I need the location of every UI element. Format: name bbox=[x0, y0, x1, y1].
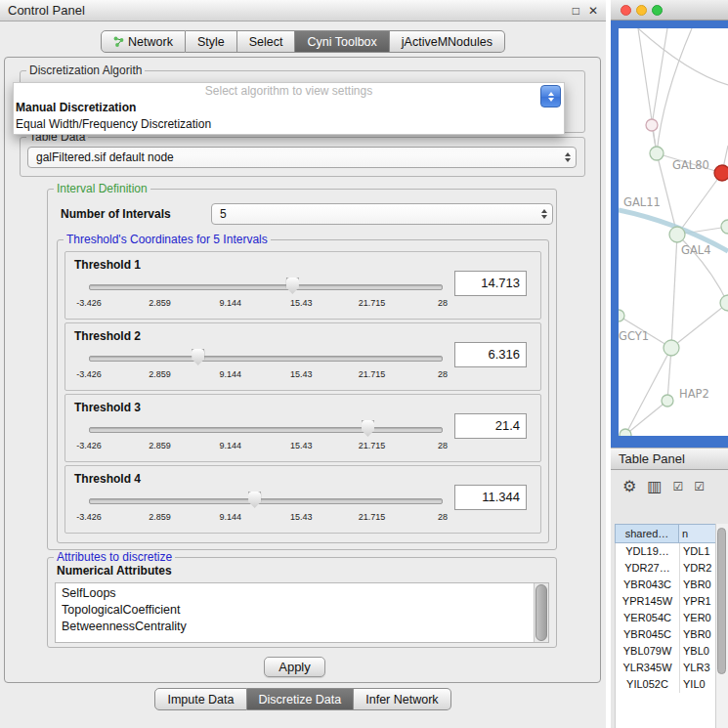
slider-scale: -3.4262.8599.14415.4321.71528 bbox=[89, 441, 443, 452]
slider-thumb[interactable] bbox=[362, 420, 374, 437]
scale-tick-label: 28 bbox=[438, 369, 448, 379]
network-node[interactable] bbox=[721, 220, 728, 234]
attribute-list-item[interactable]: TopologicalCoefficient bbox=[56, 602, 535, 619]
network-node-gcy1[interactable] bbox=[619, 310, 624, 321]
apply-button[interactable]: Apply bbox=[264, 657, 325, 677]
table-row[interactable]: YBR045CYBR0 bbox=[616, 626, 716, 643]
slider-scale: -3.4262.8599.14415.4321.71528 bbox=[89, 512, 443, 524]
column-header-shared-name[interactable]: shared… bbox=[615, 524, 679, 543]
slider-track bbox=[89, 356, 443, 362]
threshold-value-field[interactable]: 11.344 bbox=[454, 485, 527, 510]
algorithm-option-equal-width-frequency[interactable]: Equal Width/Frequency Discretization bbox=[14, 116, 564, 133]
interval-definition-group-label: Interval Definition bbox=[54, 182, 150, 195]
minimize-traffic-light-icon[interactable] bbox=[636, 5, 647, 16]
scale-tick-label: 9.144 bbox=[220, 512, 242, 522]
cell-name: YBR0 bbox=[680, 626, 716, 643]
cell-shared-name: YBR043C bbox=[616, 577, 680, 593]
cell-name: YER0 bbox=[680, 610, 716, 626]
network-node-hap2[interactable] bbox=[662, 395, 673, 407]
network-node-gal4[interactable] bbox=[669, 227, 685, 242]
network-node-highlighted[interactable] bbox=[714, 165, 728, 181]
threshold-value-field[interactable]: 21.4 bbox=[454, 413, 527, 439]
tab-select[interactable]: Select bbox=[237, 30, 296, 53]
attributes-scrollbar[interactable] bbox=[534, 583, 548, 642]
tab-cyni-toolbox[interactable]: Cyni Toolbox bbox=[295, 30, 389, 53]
threshold-slider[interactable] bbox=[89, 349, 443, 366]
network-window-titlebar bbox=[611, 0, 728, 21]
tab-network[interactable]: Network bbox=[101, 30, 186, 53]
scale-tick-label: 21.715 bbox=[359, 369, 386, 379]
node-label-gal4: GAL4 bbox=[681, 243, 711, 257]
slider-track bbox=[89, 284, 443, 290]
slider-thumb[interactable] bbox=[286, 278, 299, 294]
scale-tick-label: 9.144 bbox=[220, 298, 242, 308]
network-node[interactable] bbox=[664, 340, 679, 356]
scale-tick-label: 2.859 bbox=[149, 298, 171, 308]
scale-tick-label: 15.43 bbox=[290, 441, 313, 450]
table-data-combobox[interactable]: galFiltered.sif default node bbox=[27, 147, 577, 168]
tab-label: Network bbox=[128, 35, 173, 49]
cell-shared-name: YDL19… bbox=[616, 543, 680, 560]
threshold-label: Threshold 1 bbox=[74, 258, 141, 272]
close-traffic-light-icon[interactable] bbox=[621, 5, 631, 16]
gear-icon[interactable]: ⚙ bbox=[622, 479, 636, 494]
cell-shared-name: YER054C bbox=[616, 610, 680, 626]
table-row[interactable]: YLR345WYLR3 bbox=[616, 660, 716, 676]
threshold-value-field[interactable]: 14.713 bbox=[454, 271, 527, 296]
tab-infer-network[interactable]: Infer Network bbox=[354, 688, 450, 710]
table-row[interactable]: YPR145WYPR1 bbox=[616, 593, 716, 610]
threshold-slider[interactable] bbox=[89, 492, 443, 509]
slider-thumb[interactable] bbox=[192, 349, 204, 365]
tab-label: Infer Network bbox=[365, 693, 438, 707]
network-node[interactable] bbox=[646, 119, 658, 131]
network-node[interactable] bbox=[620, 429, 631, 436]
cell-shared-name: YIL052C bbox=[616, 676, 680, 693]
select-all-checkbox-icon[interactable]: ☑ bbox=[672, 479, 683, 494]
threshold-label: Threshold 3 bbox=[74, 401, 141, 414]
tab-discretize-data[interactable]: Discretize Data bbox=[247, 688, 355, 710]
column-header-name[interactable]: n bbox=[679, 524, 716, 543]
tab-impute-data[interactable]: Impute Data bbox=[154, 688, 246, 710]
attributes-scrollbar-thumb[interactable] bbox=[535, 584, 547, 641]
combobox-stepper-icon bbox=[541, 208, 547, 220]
float-window-icon[interactable]: □ bbox=[573, 4, 579, 18]
algorithm-combobox-button[interactable] bbox=[540, 85, 561, 107]
scale-tick-label: -3.426 bbox=[76, 441, 102, 450]
tab-label: Style bbox=[197, 35, 225, 49]
algorithm-option-manual-discretization[interactable]: Manual Discretization bbox=[14, 100, 564, 116]
attribute-list-item[interactable]: SelfLoops bbox=[56, 585, 535, 602]
table-row[interactable]: YBR043CYBR0 bbox=[616, 577, 716, 593]
cell-shared-name: YLR345W bbox=[616, 660, 680, 676]
algorithm-dropdown-popup: Select algorithm to view settings Manual… bbox=[13, 82, 565, 135]
threshold-value-field[interactable]: 6.316 bbox=[454, 342, 527, 367]
threshold-panel: Threshold 1-3.4262.8599.14415.4321.71528… bbox=[64, 251, 541, 320]
attributes-group-label: Attributes to discretize bbox=[54, 550, 175, 564]
slider-thumb[interactable] bbox=[248, 492, 261, 508]
top-tab-strip: NetworkStyleSelectCyni ToolboxjActiveMNo… bbox=[0, 30, 606, 53]
table-row[interactable]: YER054CYER0 bbox=[616, 610, 716, 626]
threshold-slider[interactable] bbox=[89, 420, 443, 438]
table-scrollbar[interactable] bbox=[715, 524, 728, 728]
network-canvas[interactable]: GAL80GAL11GAL4GCY1HAP2 bbox=[619, 28, 728, 436]
tab-jactivemnodules[interactable]: jActiveMNodules bbox=[390, 30, 505, 53]
table-row[interactable]: YDL19…YDL1 bbox=[616, 543, 716, 560]
threshold-slider[interactable] bbox=[89, 278, 443, 295]
table-row[interactable]: YBL079WYBL0 bbox=[616, 643, 716, 660]
stepper-down-icon bbox=[548, 98, 554, 102]
attribute-list-item[interactable]: BetweennessCentrality bbox=[56, 619, 535, 635]
combobox-stepper-icon bbox=[565, 151, 571, 163]
table-scrollbar-thumb[interactable] bbox=[717, 528, 726, 674]
table-row[interactable]: YDR27…YDR2 bbox=[616, 560, 716, 577]
close-window-icon[interactable]: ✕ bbox=[588, 4, 598, 18]
zoom-traffic-light-icon[interactable] bbox=[652, 5, 663, 16]
cell-shared-name: YBL079W bbox=[616, 643, 680, 660]
columns-icon[interactable]: ▥ bbox=[647, 479, 662, 494]
scale-tick-label: 21.715 bbox=[359, 441, 386, 450]
scale-tick-label: -3.426 bbox=[76, 298, 102, 308]
select-columns-checkbox-icon[interactable]: ☑ bbox=[694, 479, 705, 494]
table-row[interactable]: YIL052CYIL0 bbox=[616, 676, 716, 693]
number-of-intervals-combobox[interactable]: 5 bbox=[211, 203, 553, 225]
network-node-gal80[interactable] bbox=[650, 147, 664, 160]
tab-label: Cyni Toolbox bbox=[307, 35, 376, 49]
tab-style[interactable]: Style bbox=[186, 30, 237, 53]
